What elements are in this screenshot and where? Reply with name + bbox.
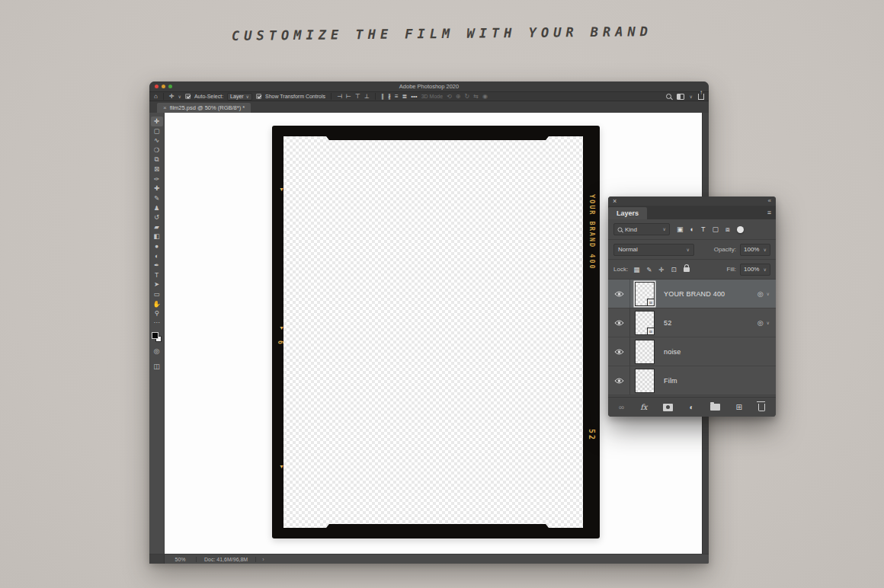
layer-row-your-brand-400[interactable]: ⧈ YOUR BRAND 400 ◎ ∨ (608, 280, 776, 308)
layer-row-controls: ◎ ∨ (757, 290, 770, 298)
align-bottom-icon[interactable]: ⊥ (364, 94, 370, 100)
opacity-label: Opacity: (714, 246, 736, 253)
pen-tool[interactable]: ✒ (151, 260, 163, 270)
collapse-panel-icon[interactable]: « (768, 198, 771, 204)
chevron-down-icon[interactable]: ∨ (178, 94, 181, 99)
status-bar: 50% Doc: 41,6M/96,8M › (149, 554, 709, 564)
clone-stamp-tool[interactable]: ♟ (151, 203, 163, 213)
chevron-down-icon[interactable]: ∨ (767, 292, 770, 296)
film-marker-triangle: ▼ (279, 325, 284, 331)
align-center-icon[interactable]: ⊢ (346, 94, 351, 100)
lock-transparency-icon[interactable]: ▦ (633, 266, 639, 273)
lasso-tool[interactable]: ∿ (151, 136, 163, 145)
add-mask-icon[interactable] (663, 404, 673, 411)
lock-artboard-icon[interactable]: ⊡ (671, 266, 676, 273)
show-transform-checkbox[interactable] (256, 94, 261, 99)
zoom-level[interactable]: 50% (165, 557, 197, 562)
move-tool-icon[interactable]: ✛ (169, 94, 175, 100)
chevron-down-icon[interactable]: ∨ (690, 94, 693, 99)
blend-mode-value: Normal (618, 246, 638, 253)
screen-mode-icon[interactable]: ◫ (153, 362, 160, 372)
delete-layer-icon[interactable] (758, 404, 765, 411)
status-options-chevron[interactable]: › (256, 557, 270, 562)
close-document-icon[interactable]: × (163, 104, 167, 111)
panel-menu-icon[interactable]: ≡ (767, 209, 771, 216)
search-icon[interactable] (666, 94, 671, 99)
lock-all-icon[interactable] (684, 267, 690, 272)
filter-adjustment-icon[interactable]: ◐ (690, 225, 694, 233)
filter-toggle-switch[interactable] (737, 226, 744, 233)
smart-object-icon[interactable]: ◎ (757, 319, 764, 327)
distribute-horizontal-icon[interactable]: ∦ (388, 94, 391, 100)
share-icon[interactable] (698, 94, 704, 100)
distribute-spacing-icon[interactable]: ≣ (402, 94, 408, 100)
lock-pixels-icon[interactable]: ✎ (646, 266, 652, 273)
quick-selection-tool[interactable]: ❍ (151, 145, 163, 155)
visibility-eye-icon[interactable] (608, 308, 630, 337)
healing-brush-tool[interactable]: ✚ (151, 184, 163, 193)
visibility-eye-icon[interactable] (608, 366, 630, 395)
lock-position-icon[interactable]: ✛ (658, 266, 664, 273)
path-select-tool[interactable]: ➤ (151, 280, 163, 289)
quick-mask-icon[interactable]: ◎ (154, 347, 160, 357)
film-frame[interactable]: YOUR BRAND 400 52 ▼ ▼ ▼ 6 (272, 126, 600, 538)
more-options-icon[interactable]: ••• (411, 94, 417, 100)
close-panel-icon[interactable]: × (613, 198, 617, 205)
zoom-tool[interactable]: ⚲ (151, 308, 163, 318)
fill-input[interactable]: 100% ∨ (740, 264, 770, 276)
layer-thumbnail[interactable] (635, 340, 655, 364)
new-layer-icon[interactable]: ⊞ (736, 404, 742, 411)
visibility-eye-icon[interactable] (608, 337, 630, 366)
layer-row-film[interactable]: Film (608, 366, 776, 395)
filter-pixel-icon[interactable]: ▣ (677, 225, 684, 233)
layer-row-52[interactable]: ⧈ 52 ◎ ∨ (608, 308, 776, 337)
layer-thumbnail[interactable] (635, 369, 655, 393)
auto-select-checkbox[interactable] (185, 94, 191, 99)
edit-toolbar-icon[interactable]: ⋯ (154, 319, 160, 326)
chevron-down-icon[interactable]: ∨ (767, 321, 770, 325)
blend-mode-dropdown[interactable]: Normal ∨ (613, 244, 694, 256)
opacity-input[interactable]: 100% ∨ (740, 244, 770, 256)
visibility-eye-icon[interactable] (608, 280, 630, 308)
link-layers-icon[interactable]: ∞ (619, 404, 624, 411)
frame-tool[interactable]: ⊠ (151, 165, 163, 174)
layer-effects-icon[interactable]: fx (640, 403, 647, 411)
new-group-icon[interactable] (710, 404, 720, 411)
film-brand-text: YOUR BRAND 400 (588, 194, 596, 270)
eraser-tool[interactable]: ▰ (151, 222, 163, 232)
smart-object-badge-icon: ⧈ (647, 328, 655, 335)
crop-tool[interactable]: ⧉ (151, 155, 163, 165)
move-tool[interactable]: ✛ (151, 117, 163, 126)
color-swatches[interactable] (152, 332, 162, 342)
tab-layers[interactable]: Layers (608, 207, 647, 219)
dodge-tool[interactable]: ◐ (151, 251, 163, 260)
adjustment-layer-icon[interactable]: ◐ (689, 404, 693, 411)
layer-thumbnail[interactable]: ⧈ (635, 311, 655, 335)
filter-kind-value: Kind (625, 226, 637, 233)
history-brush-tool[interactable]: ↺ (151, 213, 163, 222)
hand-tool[interactable]: ✋ (151, 299, 163, 308)
smart-object-icon[interactable]: ◎ (757, 290, 764, 298)
foreground-color-swatch[interactable] (152, 332, 159, 339)
filter-shape-icon[interactable]: ▢ (712, 225, 719, 233)
marquee-tool[interactable]: ▢ (151, 126, 163, 136)
workspace-icon[interactable] (677, 94, 684, 100)
filter-type-icon[interactable]: T (701, 225, 706, 233)
auto-select-dropdown[interactable]: Layer ∨ (227, 93, 252, 101)
shape-tool[interactable]: ▭ (151, 289, 163, 299)
eyedropper-tool[interactable]: ✑ (151, 174, 163, 184)
distribute-vertical-icon[interactable]: ∥ (381, 94, 384, 100)
filter-kind-dropdown[interactable]: Kind ∨ (613, 223, 670, 235)
document-tab[interactable]: × film25.psd @ 50% (RGB/8*) * (157, 103, 251, 113)
layer-thumbnail[interactable]: ⧈ (635, 282, 655, 306)
home-icon[interactable]: ⌂ (154, 94, 158, 100)
gradient-tool[interactable]: ◧ (151, 232, 163, 241)
distribute-center-icon[interactable]: ≡ (395, 94, 399, 100)
type-tool[interactable]: T (151, 270, 163, 280)
filter-smart-object-icon[interactable]: ⧈ (725, 225, 730, 234)
align-top-icon[interactable]: ⊤ (355, 94, 360, 100)
align-left-icon[interactable]: ⊣ (337, 94, 342, 100)
layer-row-noise[interactable]: noise (608, 337, 776, 366)
brush-tool[interactable]: ✎ (151, 193, 163, 203)
blur-tool[interactable]: ● (151, 241, 163, 251)
